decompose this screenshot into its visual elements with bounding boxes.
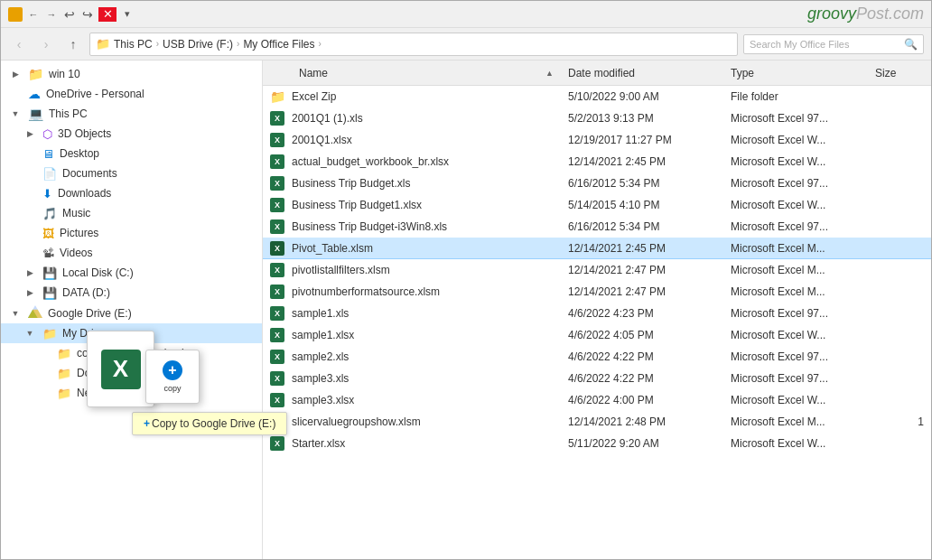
col-name-sort: ▲ — [545, 69, 554, 78]
file-icon-5: X — [263, 198, 292, 212]
sidebar-label-win10: win 10 — [49, 68, 80, 80]
expand-newfolder[interactable] — [37, 386, 51, 400]
expand-datad[interactable]: ▶ — [23, 285, 37, 300]
expand-mydrive[interactable]: ▼ — [23, 326, 37, 341]
table-row[interactable]: X Pivot_Table.xlsm 12/14/2021 2:45 PM Mi… — [263, 238, 931, 259]
breadcrumb-folder-icon: 📁 — [96, 37, 110, 51]
sidebar-item-win10[interactable]: ▶ 📁 win 10 — [1, 64, 262, 84]
table-row[interactable]: X sample3.xlsx 4/6/2022 4:00 PM Microsof… — [263, 389, 931, 411]
table-row[interactable]: X sample1.xlsx 4/6/2022 4:05 PM Microsof… — [263, 324, 931, 346]
expand-pictures[interactable] — [23, 226, 37, 240]
close-btn[interactable]: ✕ — [98, 7, 116, 22]
file-name-12: sample2.xls — [292, 350, 561, 363]
undo-btn[interactable]: ↩ — [62, 7, 77, 22]
file-icon-7: X — [263, 241, 292, 256]
sidebar-item-localdisk[interactable]: ▶ 💾 Local Disk (C:) — [1, 263, 262, 283]
table-row[interactable]: X pivotnumberformatsource.xlsm 12/14/202… — [263, 281, 931, 303]
expand-googledrive[interactable]: ▼ — [8, 306, 23, 321]
expand-thispc[interactable]: ▼ — [8, 107, 23, 121]
table-row[interactable]: X pivotlistallfilters.xlsm 12/14/2021 2:… — [263, 259, 931, 281]
file-icon-13: X — [263, 371, 292, 386]
redo-btn[interactable]: ↪ — [80, 7, 95, 22]
breadcrumb-thispc[interactable]: This PC — [114, 38, 153, 51]
table-row[interactable]: X sample2.xls 4/6/2022 4:22 PM Microsoft… — [263, 346, 931, 368]
table-row[interactable]: X actual_budget_workbook_br.xlsx 12/14/2… — [263, 151, 931, 173]
expand-downloads[interactable] — [23, 186, 37, 201]
file-icon-8: X — [263, 263, 292, 277]
file-icon-10: X — [263, 306, 292, 321]
pc-icon: 💻 — [28, 107, 43, 121]
expand-docs2[interactable] — [37, 366, 51, 380]
file-type-10: Microsoft Excel 97... — [723, 307, 868, 320]
breadcrumb-usbdrive[interactable]: USB Drive (F:) — [163, 38, 233, 51]
expand-3dobjects[interactable]: ▶ — [23, 126, 37, 141]
sidebar-label-googledrive: Google Drive (E:) — [48, 307, 132, 320]
sidebar-item-downloads[interactable]: ⬇ Downloads — [1, 183, 262, 203]
sidebar-item-thispc[interactable]: ▼ 💻 This PC — [1, 104, 262, 124]
googledrive-icon — [28, 305, 42, 321]
expand-music[interactable] — [23, 206, 37, 220]
file-icon-6: X — [263, 219, 292, 234]
table-row[interactable]: X Business Trip Budget1.xlsx 5/14/2015 4… — [263, 194, 931, 216]
file-type-14: Microsoft Excel W... — [723, 394, 868, 406]
sidebar: ▶ 📁 win 10 ☁ OneDrive - Personal ▼ 💻 Thi… — [1, 61, 263, 559]
sidebar-item-googledrive[interactable]: ▼ Google Drive (E:) — [1, 303, 262, 323]
sidebar-item-desktop[interactable]: 🖥 Desktop — [1, 144, 262, 163]
file-name-14: sample3.xlsx — [292, 394, 561, 406]
file-date-5: 5/14/2015 4:10 PM — [561, 199, 723, 211]
docs2-icon: 📁 — [57, 367, 71, 380]
table-row[interactable]: 📁 Excel Zip 5/10/2022 9:00 AM File folde… — [263, 86, 931, 107]
col-header-name[interactable]: Name ▲ — [292, 67, 561, 79]
forward-quick-access[interactable]: → — [44, 7, 59, 22]
file-date-16: 5/11/2022 9:20 AM — [561, 437, 723, 450]
table-row[interactable]: X 2001Q1 (1).xls 5/2/2013 9:13 PM Micros… — [263, 107, 931, 129]
file-icon-2: X — [263, 133, 292, 147]
sidebar-item-music[interactable]: 🎵 Music — [1, 203, 262, 223]
file-date-9: 12/14/2021 2:47 PM — [561, 285, 723, 298]
sidebar-item-videos[interactable]: 📽 Videos — [1, 243, 262, 263]
expand-desktop[interactable] — [23, 146, 37, 161]
excel-icon-14: X — [270, 393, 284, 407]
table-row[interactable]: X 2001Q1.xlsx 12/19/2017 11:27 PM Micros… — [263, 129, 931, 151]
file-icon-1: X — [263, 111, 292, 126]
tooltip-plus: + — [144, 417, 150, 430]
search-box[interactable]: Search My Office Files 🔍 — [743, 34, 924, 54]
table-row[interactable]: X Business Trip Budget-i3Win8.xls 6/16/2… — [263, 216, 931, 238]
expand-backup[interactable] — [37, 346, 51, 360]
table-row[interactable]: X Starter.xlsx 5/11/2022 9:20 AM Microso… — [263, 433, 931, 454]
sidebar-item-pictures[interactable]: 🖼 Pictures — [1, 223, 262, 243]
col-header-size[interactable]: Size — [868, 67, 931, 79]
more-btn[interactable]: ▾ — [120, 7, 135, 22]
file-name-13: sample3.xls — [292, 372, 561, 385]
expand-onedrive[interactable] — [8, 87, 23, 101]
onedrive-icon: ☁ — [28, 87, 41, 101]
back-quick-access[interactable]: ← — [26, 7, 41, 22]
forward-btn[interactable]: › — [35, 33, 57, 55]
up-btn[interactable]: ↑ — [62, 33, 84, 55]
expand-videos[interactable] — [23, 246, 37, 260]
sidebar-item-3dobjects[interactable]: ▶ ⬡ 3D Objects — [1, 124, 262, 144]
main-content: ▶ 📁 win 10 ☁ OneDrive - Personal ▼ 💻 Thi… — [1, 61, 931, 559]
expand-win10[interactable]: ▶ — [8, 67, 23, 81]
expand-localdisk[interactable]: ▶ — [23, 266, 37, 280]
sidebar-label-music: Music — [62, 207, 90, 219]
drag-excel-letter: X — [101, 350, 141, 389]
table-row[interactable]: X sample3.xls 4/6/2022 4:22 PM Microsoft… — [263, 368, 931, 389]
table-row[interactable]: X Business Trip Budget.xls 6/16/2012 5:3… — [263, 173, 931, 194]
file-icon-16: X — [263, 436, 292, 451]
expand-documents[interactable] — [23, 166, 37, 181]
breadcrumb-myofficefiles[interactable]: My Office Files — [243, 38, 314, 51]
back-btn[interactable]: ‹ — [8, 33, 30, 55]
sidebar-item-datad[interactable]: ▶ 💾 DATA (D:) — [1, 283, 262, 303]
mydrive-icon: 📁 — [42, 327, 57, 341]
desktop-icon: 🖥 — [42, 147, 54, 161]
sidebar-item-onedrive[interactable]: ☁ OneDrive - Personal — [1, 84, 262, 104]
sidebar-item-documents[interactable]: 📄 Documents — [1, 163, 262, 183]
table-row[interactable]: X sample1.xls 4/6/2022 4:23 PM Microsoft… — [263, 303, 931, 324]
col-header-date[interactable]: Date modified — [561, 67, 723, 79]
table-row[interactable]: X slicervaluegroupshow.xlsm 12/14/2021 2… — [263, 411, 931, 433]
file-size-15: 1 — [868, 415, 931, 428]
drag-overlay: X + copy +Copy to Google Drive (E:) — [87, 331, 200, 407]
col-header-type[interactable]: Type — [723, 67, 868, 79]
drag-copy-badge: + copy — [145, 350, 200, 404]
